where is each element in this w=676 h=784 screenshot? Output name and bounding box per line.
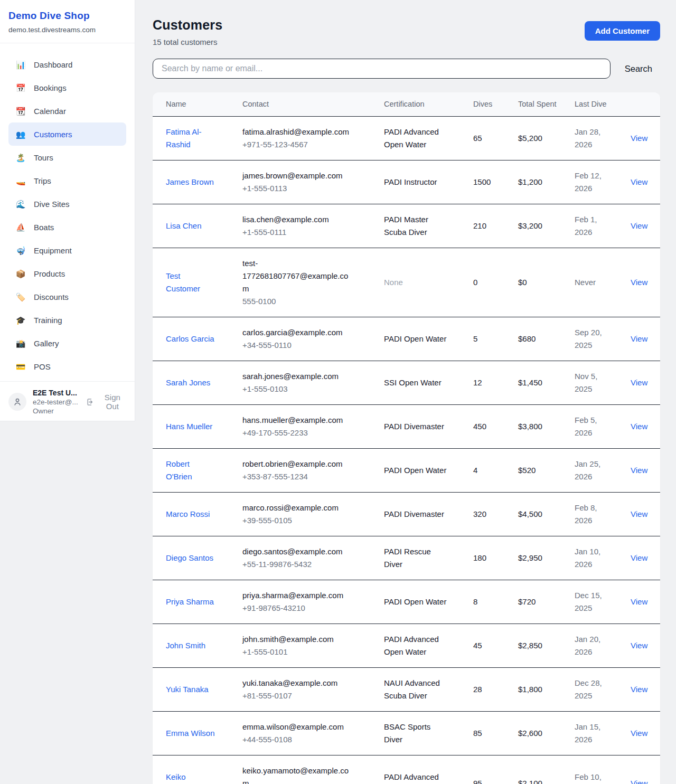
sidebar-item-products[interactable]: 📦 Products (8, 262, 126, 285)
speedboat-icon: 🚤 (15, 177, 26, 185)
view-customer-link[interactable]: View (631, 177, 647, 186)
table-row: Emma Wilson emma.wilson@example.com +44-… (153, 712, 660, 755)
search-input[interactable] (153, 59, 611, 79)
graduation-cap-icon: 🎓 (15, 316, 26, 324)
customer-certification: PADI Master Scuba Diver (384, 204, 473, 248)
customer-contact-cell: hans.mueller@example.com +49-170-555-223… (242, 405, 384, 449)
customer-name-link[interactable]: Fatima Al-Rashid (166, 127, 202, 149)
customer-last-dive: Jan 28, 2026 (575, 117, 631, 160)
page-title-block: Customers 15 total customers (153, 17, 222, 46)
customer-contact-cell: emma.wilson@example.com +44-555-0108 (242, 712, 384, 755)
customer-certification: NAUI Advanced Scuba Diver (384, 668, 473, 712)
customer-certification: PADI Instructor (384, 160, 473, 204)
sidebar-item-bookings[interactable]: 📅 Bookings (8, 76, 126, 99)
customer-total-spent: $3,800 (518, 405, 575, 449)
customer-email: test-1772681807767@example.com (242, 257, 354, 295)
sidebar-item-pos[interactable]: 💳 POS (8, 355, 126, 378)
customer-phone: 555-0100 (242, 295, 354, 308)
table-row: Hans Mueller hans.mueller@example.com +4… (153, 405, 660, 449)
customer-name-link[interactable]: Robert O'Brien (166, 459, 192, 481)
view-customer-link[interactable]: View (631, 597, 647, 606)
view-customer-link[interactable]: View (631, 641, 647, 650)
log-out-icon (86, 398, 94, 407)
column-header-total-spent: Total Spent (518, 92, 575, 117)
customer-total-spent: $0 (518, 248, 575, 317)
sidebar-item-discounts[interactable]: 🏷️ Discounts (8, 285, 126, 308)
user-email: e2e-tester@... (33, 398, 86, 406)
sidebar-item-calendar[interactable]: 📆 Calendar (8, 99, 126, 122)
sidebar-item-boats[interactable]: ⛵ Boats (8, 215, 126, 239)
customer-name-link[interactable]: John Smith (166, 641, 205, 650)
view-customer-link[interactable]: View (631, 779, 647, 784)
table-row: James Brown james.brown@example.com +1-5… (153, 160, 660, 204)
view-customer-link[interactable]: View (631, 553, 647, 562)
view-customer-link[interactable]: View (631, 221, 647, 230)
customer-email: diego.santos@example.com (242, 545, 354, 558)
customer-contact-cell: diego.santos@example.com +55-11-99876-54… (242, 536, 384, 580)
customer-name-link[interactable]: Sarah Jones (166, 378, 210, 387)
sign-out-button[interactable]: Sign Out (86, 393, 126, 411)
add-customer-button[interactable]: Add Customer (585, 21, 660, 41)
shop-title: Demo Dive Shop (8, 10, 126, 22)
sidebar-item-dashboard[interactable]: 📊 Dashboard (8, 53, 126, 76)
view-customer-link[interactable]: View (631, 422, 647, 431)
sidebar-item-training[interactable]: 🎓 Training (8, 308, 126, 332)
customer-last-dive: Jan 25, 2026 (575, 449, 631, 493)
customer-name-link[interactable]: Priya Sharma (166, 597, 214, 606)
customer-phone: +81-555-0107 (242, 689, 354, 702)
customer-total-spent: $2,600 (518, 712, 575, 755)
customer-dives: 210 (473, 204, 518, 248)
calendar-icon: 📅 (15, 84, 26, 92)
customer-total-spent: $1,200 (518, 160, 575, 204)
customer-certification: PADI Open Water (384, 449, 473, 493)
table-row: Sarah Jones sarah.jones@example.com +1-5… (153, 361, 660, 405)
customer-contact-cell: robert.obrien@example.com +353-87-555-12… (242, 449, 384, 493)
customer-certification: SSI Open Water (384, 361, 473, 405)
sidebar-item-tours[interactable]: 🏝️ Tours (8, 146, 126, 169)
customer-name-link[interactable]: Hans Mueller (166, 422, 212, 431)
customer-last-dive: Jan 15, 2026 (575, 712, 631, 755)
sidebar-item-equipment[interactable]: 🤿 Equipment (8, 239, 126, 262)
customer-last-dive: Feb 5, 2026 (575, 405, 631, 449)
sidebar-item-gallery[interactable]: 📸 Gallery (8, 332, 126, 355)
table-row: Keiko Yamamoto keiko.yamamoto@example.co… (153, 755, 660, 784)
people-icon: 👥 (15, 130, 26, 138)
tear-off-calendar-icon: 📆 (15, 107, 26, 115)
search-button[interactable]: Search (625, 64, 652, 74)
main-content: Customers 15 total customers Add Custome… (135, 0, 676, 784)
sidebar-item-customers[interactable]: 👥 Customers (8, 122, 126, 146)
customer-dives: 85 (473, 712, 518, 755)
customer-name-link[interactable]: Carlos Garcia (166, 334, 214, 343)
sidebar: Demo Dive Shop demo.test.divestreams.com… (0, 0, 135, 421)
view-customer-link[interactable]: View (631, 334, 647, 343)
customer-name-link[interactable]: Yuki Tanaka (166, 685, 209, 694)
customer-name-link[interactable]: Test Customer (166, 271, 200, 293)
view-customer-link[interactable]: View (631, 685, 647, 694)
customer-email: robert.obrien@example.com (242, 458, 354, 470)
view-customer-link[interactable]: View (631, 466, 647, 475)
customer-certification: PADI Advanced Open Water (384, 117, 473, 160)
customers-table-card: Name Contact Certification Dives Total S… (153, 92, 660, 784)
column-header-dives: Dives (473, 92, 518, 117)
view-customer-link[interactable]: View (631, 378, 647, 387)
view-customer-link[interactable]: View (631, 729, 647, 738)
sidebar-item-trips[interactable]: 🚤 Trips (8, 169, 126, 192)
customer-name-link[interactable]: Keiko Yamamoto (166, 772, 203, 784)
table-row: Robert O'Brien robert.obrien@example.com… (153, 449, 660, 493)
customer-last-dive: Dec 15, 2025 (575, 580, 631, 624)
customer-name-link[interactable]: James Brown (166, 177, 214, 186)
customer-dives: 0 (473, 248, 518, 317)
view-customer-link[interactable]: View (631, 134, 647, 143)
sidebar-item-dive-sites[interactable]: 🌊 Dive Sites (8, 192, 126, 215)
customer-name-link[interactable]: Emma Wilson (166, 729, 215, 738)
customer-last-dive: Nov 5, 2025 (575, 361, 631, 405)
customer-total-spent: $2,850 (518, 624, 575, 668)
customer-name-link[interactable]: Lisa Chen (166, 221, 202, 230)
table-header-row: Name Contact Certification Dives Total S… (153, 92, 660, 117)
view-customer-link[interactable]: View (631, 278, 647, 287)
customer-name-link[interactable]: Diego Santos (166, 553, 213, 562)
view-customer-link[interactable]: View (631, 509, 647, 518)
customer-total-spent: $2,100 (518, 755, 575, 784)
customer-name-link[interactable]: Marco Rossi (166, 509, 210, 518)
customer-phone: +971-55-123-4567 (242, 138, 354, 151)
